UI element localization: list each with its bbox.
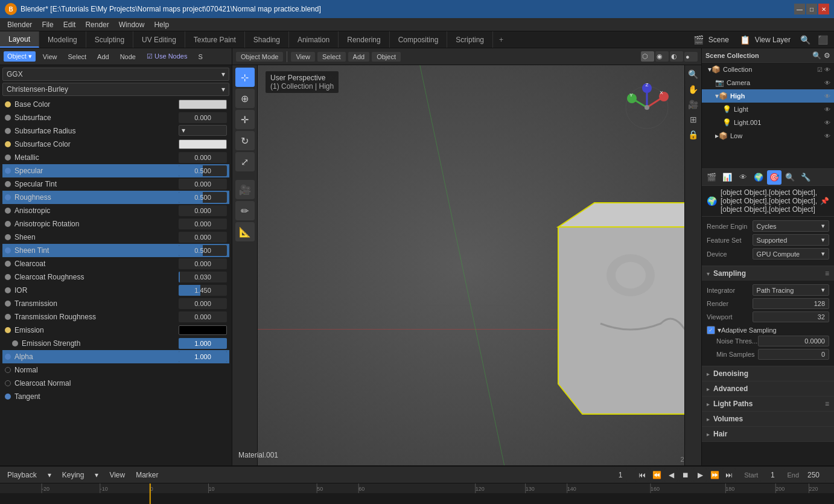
light001-eye-icon[interactable]: 👁: [824, 120, 830, 126]
overlay-icon[interactable]: ⬛: [818, 35, 828, 45]
transmission-roughness-value[interactable]: 0.000: [179, 311, 227, 322]
minimize-button[interactable]: —: [794, 4, 805, 14]
subsurface-color-swatch[interactable]: [179, 139, 227, 149]
outliner-filter-icon[interactable]: 🔍: [812, 51, 821, 60]
denoising-header[interactable]: ▸ Denoising: [702, 366, 834, 381]
marker-menu[interactable]: Marker: [132, 470, 162, 480]
use-nodes-toggle[interactable]: ☑ Use Nodes: [143, 51, 191, 62]
camera-tool-button[interactable]: 🎥: [235, 180, 255, 199]
viewport-object-button[interactable]: Object: [372, 52, 401, 62]
render-props-icon[interactable]: 🎬: [704, 170, 719, 185]
menu-blender[interactable]: Blender: [2, 19, 37, 30]
maximize-button[interactable]: □: [806, 4, 817, 14]
sheen-value[interactable]: 0.000: [179, 232, 227, 243]
light-paths-header[interactable]: ▸ Light Paths ≡: [702, 397, 834, 411]
next-frame-button[interactable]: ⏩: [708, 468, 721, 482]
outliner-low[interactable]: ▸ 📦 Low 👁: [702, 129, 834, 142]
jump-start-button[interactable]: ⏮: [635, 468, 649, 482]
outliner-high[interactable]: ▾ 📦 High 👁: [702, 89, 834, 103]
device-dropdown[interactable]: GPU Compute ▾: [753, 248, 829, 260]
play-back-button[interactable]: ◀: [664, 468, 678, 482]
alpha-value[interactable]: 1.000: [179, 351, 227, 362]
tab-shading[interactable]: Shading: [245, 31, 289, 48]
light-eye-icon[interactable]: 👁: [824, 106, 830, 113]
menu-file[interactable]: File: [37, 19, 58, 30]
light-paths-list-icon[interactable]: ≡: [825, 400, 829, 408]
tool-props-icon[interactable]: 🔧: [798, 170, 813, 185]
outliner-camera[interactable]: 📷 Camera 👁: [702, 76, 834, 89]
emission-swatch[interactable]: [179, 325, 227, 335]
tab-uv-editing[interactable]: UV Editing: [133, 31, 185, 48]
sampling-list-icon[interactable]: ≡: [825, 269, 829, 278]
outliner-light[interactable]: 💡 Light 👁: [702, 103, 834, 116]
collection-checkbox-icon[interactable]: ☑: [817, 66, 823, 73]
tab-scripting[interactable]: Scripting: [447, 31, 493, 48]
keying-dropdown-icon[interactable]: ▾: [91, 470, 102, 480]
tab-sculpting[interactable]: Sculpting: [86, 31, 133, 48]
advanced-header[interactable]: ▸ Advanced: [702, 381, 834, 396]
sheen-tint-value[interactable]: 0.500: [179, 245, 227, 256]
grid-view-button[interactable]: ⊞: [687, 113, 700, 126]
object-mode-selector[interactable]: Object ▾: [4, 51, 36, 62]
adaptive-sampling-checkbox[interactable]: ✓: [707, 326, 715, 334]
annotate-tool-button[interactable]: ✏: [235, 201, 255, 220]
menu-edit[interactable]: Edit: [59, 19, 81, 30]
subsurface-radius-dropdown[interactable]: ▾: [179, 125, 227, 136]
hand-tool-button[interactable]: ✋: [687, 83, 700, 96]
specular-value[interactable]: 0.500: [179, 165, 227, 176]
tab-compositing[interactable]: Compositing: [390, 31, 448, 48]
cursor-tool-button[interactable]: ⊕: [235, 89, 255, 108]
volumes-header[interactable]: ▸ Volumes: [702, 412, 834, 426]
noise-threshold-value[interactable]: 0.0000: [758, 336, 829, 346]
sampling-header[interactable]: ▾ Sampling ≡: [702, 266, 834, 281]
start-frame-input[interactable]: 1: [760, 468, 785, 482]
search-icon[interactable]: 🔍: [800, 35, 810, 45]
render-samples-value[interactable]: 128: [753, 298, 829, 309]
extra-options[interactable]: S: [194, 52, 206, 62]
playback-dropdown-icon[interactable]: ▾: [44, 470, 55, 480]
adaptive-sampling-header[interactable]: ✓ ▾ Adaptive Sampling: [707, 325, 829, 336]
menu-help[interactable]: Help: [149, 19, 174, 30]
viewport-view-button[interactable]: View: [291, 52, 315, 62]
anisotropic-value[interactable]: 0.000: [179, 205, 227, 216]
3d-viewport[interactable]: ⊹ ⊕ ✛ ↻ ⤢ 🎥 ✏ 📐: [232, 65, 701, 465]
viewport-mode-button[interactable]: Object Mode: [236, 52, 283, 62]
move-tool-button[interactable]: ✛: [235, 110, 255, 129]
specular-tint-value[interactable]: 0.000: [179, 179, 227, 190]
end-frame-input[interactable]: 250: [801, 468, 826, 482]
material-shading-button[interactable]: ◐: [670, 51, 683, 62]
select-menu[interactable]: Select: [65, 52, 91, 62]
transmission-value[interactable]: 0.000: [179, 298, 227, 309]
rotate-tool-button[interactable]: ↻: [235, 131, 255, 150]
ior-value[interactable]: 1.450: [179, 285, 227, 296]
viewport-select-button[interactable]: Select: [317, 52, 346, 62]
roughness-value[interactable]: 0.500: [179, 192, 227, 203]
anisotropic-rotation-value[interactable]: 0.000: [179, 219, 227, 229]
outliner-light-001[interactable]: 💡 Light.001 👁: [702, 116, 834, 129]
outliner-options-icon[interactable]: ⚙: [824, 51, 830, 60]
high-eye-icon[interactable]: 👁: [824, 93, 830, 100]
emission-strength-value[interactable]: 1.000: [179, 338, 227, 349]
camera-view-button[interactable]: 🎥: [687, 98, 700, 111]
viewport-add-button[interactable]: Add: [348, 52, 370, 62]
keying-menu[interactable]: Keying: [59, 470, 88, 480]
clearcoat-roughness-value[interactable]: 0.030: [179, 272, 227, 282]
christensen-dropdown[interactable]: Christensen-Burley ▾: [2, 83, 229, 96]
scene-pin-icon[interactable]: 📌: [820, 197, 829, 205]
view-menu[interactable]: View: [39, 52, 61, 62]
tab-layout[interactable]: Layout: [0, 31, 39, 48]
wireframe-shading-button[interactable]: ⬡: [641, 51, 654, 62]
scale-tool-button[interactable]: ⤢: [235, 152, 255, 171]
prev-frame-button[interactable]: ⏪: [650, 468, 663, 482]
timeline-content[interactable]: -20 -10 0 10 50 60 120 130 140 160 180 2…: [0, 483, 834, 504]
jump-end-button[interactable]: ⏭: [722, 468, 736, 482]
feature-set-dropdown[interactable]: Supported ▾: [753, 234, 829, 246]
min-samples-value[interactable]: 0: [758, 349, 829, 360]
menu-window[interactable]: Window: [114, 19, 150, 30]
subsurface-value[interactable]: 0.000: [179, 112, 227, 123]
view-menu[interactable]: View: [106, 470, 129, 480]
ggx-dropdown[interactable]: GGX ▾: [2, 68, 229, 81]
scene-props-icon[interactable]: 🌍: [751, 170, 766, 185]
metallic-value[interactable]: 0.000: [179, 152, 227, 163]
clearcoat-value[interactable]: 0.000: [179, 258, 227, 269]
